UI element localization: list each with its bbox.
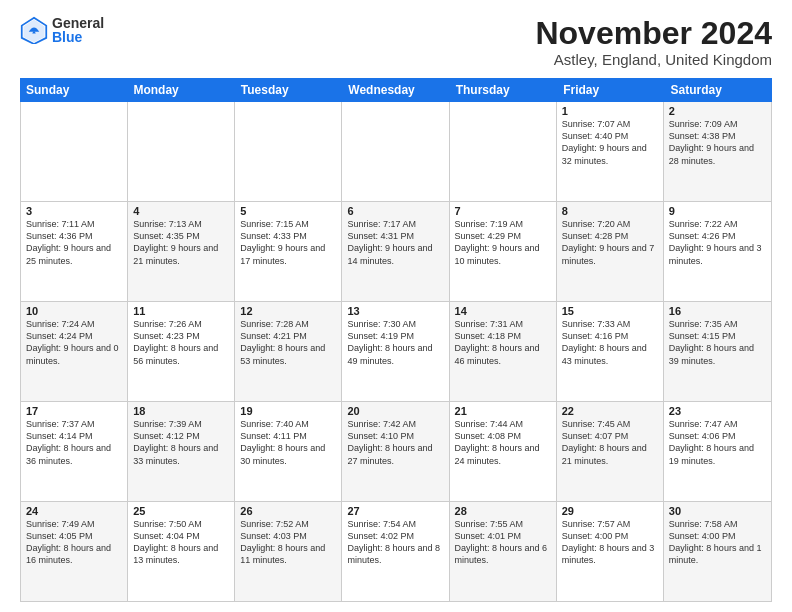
day-info: Sunrise: 7:19 AM Sunset: 4:29 PM Dayligh… xyxy=(455,218,551,267)
day-number: 23 xyxy=(669,405,766,417)
logo: General Blue xyxy=(20,16,104,44)
day-info: Sunrise: 7:45 AM Sunset: 4:07 PM Dayligh… xyxy=(562,418,658,467)
day-number: 17 xyxy=(26,405,122,417)
day-info: Sunrise: 7:37 AM Sunset: 4:14 PM Dayligh… xyxy=(26,418,122,467)
day-number: 10 xyxy=(26,305,122,317)
day-info: Sunrise: 7:52 AM Sunset: 4:03 PM Dayligh… xyxy=(240,518,336,567)
logo-general-text: General xyxy=(52,16,104,30)
calendar: Sunday Monday Tuesday Wednesday Thursday… xyxy=(20,78,772,602)
page: General Blue November 2024 Astley, Engla… xyxy=(0,0,792,612)
calendar-cell xyxy=(235,102,342,201)
day-number: 6 xyxy=(347,205,443,217)
calendar-body: 1Sunrise: 7:07 AM Sunset: 4:40 PM Daylig… xyxy=(20,102,772,602)
calendar-row-4: 24Sunrise: 7:49 AM Sunset: 4:05 PM Dayli… xyxy=(21,502,771,601)
calendar-cell: 29Sunrise: 7:57 AM Sunset: 4:00 PM Dayli… xyxy=(557,502,664,601)
day-number: 16 xyxy=(669,305,766,317)
day-number: 29 xyxy=(562,505,658,517)
logo-blue-text: Blue xyxy=(52,30,104,44)
calendar-cell: 2Sunrise: 7:09 AM Sunset: 4:38 PM Daylig… xyxy=(664,102,771,201)
calendar-row-2: 10Sunrise: 7:24 AM Sunset: 4:24 PM Dayli… xyxy=(21,302,771,402)
day-number: 28 xyxy=(455,505,551,517)
calendar-cell: 30Sunrise: 7:58 AM Sunset: 4:00 PM Dayli… xyxy=(664,502,771,601)
day-number: 2 xyxy=(669,105,766,117)
calendar-cell: 1Sunrise: 7:07 AM Sunset: 4:40 PM Daylig… xyxy=(557,102,664,201)
weekday-tuesday: Tuesday xyxy=(235,78,342,102)
day-number: 30 xyxy=(669,505,766,517)
day-info: Sunrise: 7:39 AM Sunset: 4:12 PM Dayligh… xyxy=(133,418,229,467)
day-number: 8 xyxy=(562,205,658,217)
day-number: 27 xyxy=(347,505,443,517)
calendar-cell: 28Sunrise: 7:55 AM Sunset: 4:01 PM Dayli… xyxy=(450,502,557,601)
day-info: Sunrise: 7:20 AM Sunset: 4:28 PM Dayligh… xyxy=(562,218,658,267)
logo-text: General Blue xyxy=(52,16,104,44)
day-info: Sunrise: 7:58 AM Sunset: 4:00 PM Dayligh… xyxy=(669,518,766,567)
day-number: 12 xyxy=(240,305,336,317)
calendar-cell: 14Sunrise: 7:31 AM Sunset: 4:18 PM Dayli… xyxy=(450,302,557,401)
calendar-cell: 17Sunrise: 7:37 AM Sunset: 4:14 PM Dayli… xyxy=(21,402,128,501)
calendar-cell: 26Sunrise: 7:52 AM Sunset: 4:03 PM Dayli… xyxy=(235,502,342,601)
weekday-wednesday: Wednesday xyxy=(342,78,449,102)
day-info: Sunrise: 7:55 AM Sunset: 4:01 PM Dayligh… xyxy=(455,518,551,567)
calendar-cell xyxy=(128,102,235,201)
day-info: Sunrise: 7:17 AM Sunset: 4:31 PM Dayligh… xyxy=(347,218,443,267)
day-info: Sunrise: 7:40 AM Sunset: 4:11 PM Dayligh… xyxy=(240,418,336,467)
calendar-cell: 6Sunrise: 7:17 AM Sunset: 4:31 PM Daylig… xyxy=(342,202,449,301)
day-info: Sunrise: 7:24 AM Sunset: 4:24 PM Dayligh… xyxy=(26,318,122,367)
calendar-row-0: 1Sunrise: 7:07 AM Sunset: 4:40 PM Daylig… xyxy=(21,102,771,202)
day-number: 25 xyxy=(133,505,229,517)
day-number: 20 xyxy=(347,405,443,417)
day-number: 15 xyxy=(562,305,658,317)
weekday-sunday: Sunday xyxy=(20,78,127,102)
day-number: 14 xyxy=(455,305,551,317)
month-title: November 2024 xyxy=(535,16,772,51)
day-number: 19 xyxy=(240,405,336,417)
day-info: Sunrise: 7:47 AM Sunset: 4:06 PM Dayligh… xyxy=(669,418,766,467)
day-info: Sunrise: 7:35 AM Sunset: 4:15 PM Dayligh… xyxy=(669,318,766,367)
calendar-cell: 24Sunrise: 7:49 AM Sunset: 4:05 PM Dayli… xyxy=(21,502,128,601)
day-info: Sunrise: 7:13 AM Sunset: 4:35 PM Dayligh… xyxy=(133,218,229,267)
day-info: Sunrise: 7:49 AM Sunset: 4:05 PM Dayligh… xyxy=(26,518,122,567)
day-info: Sunrise: 7:30 AM Sunset: 4:19 PM Dayligh… xyxy=(347,318,443,367)
calendar-header: Sunday Monday Tuesday Wednesday Thursday… xyxy=(20,78,772,102)
day-number: 11 xyxy=(133,305,229,317)
calendar-cell: 19Sunrise: 7:40 AM Sunset: 4:11 PM Dayli… xyxy=(235,402,342,501)
calendar-cell: 21Sunrise: 7:44 AM Sunset: 4:08 PM Dayli… xyxy=(450,402,557,501)
weekday-thursday: Thursday xyxy=(450,78,557,102)
calendar-cell: 23Sunrise: 7:47 AM Sunset: 4:06 PM Dayli… xyxy=(664,402,771,501)
day-info: Sunrise: 7:11 AM Sunset: 4:36 PM Dayligh… xyxy=(26,218,122,267)
calendar-cell: 18Sunrise: 7:39 AM Sunset: 4:12 PM Dayli… xyxy=(128,402,235,501)
header: General Blue November 2024 Astley, Engla… xyxy=(20,16,772,68)
day-number: 1 xyxy=(562,105,658,117)
day-info: Sunrise: 7:44 AM Sunset: 4:08 PM Dayligh… xyxy=(455,418,551,467)
day-info: Sunrise: 7:42 AM Sunset: 4:10 PM Dayligh… xyxy=(347,418,443,467)
calendar-cell: 8Sunrise: 7:20 AM Sunset: 4:28 PM Daylig… xyxy=(557,202,664,301)
calendar-cell xyxy=(450,102,557,201)
day-number: 18 xyxy=(133,405,229,417)
day-number: 4 xyxy=(133,205,229,217)
calendar-cell: 13Sunrise: 7:30 AM Sunset: 4:19 PM Dayli… xyxy=(342,302,449,401)
calendar-cell: 11Sunrise: 7:26 AM Sunset: 4:23 PM Dayli… xyxy=(128,302,235,401)
calendar-cell xyxy=(342,102,449,201)
calendar-cell: 25Sunrise: 7:50 AM Sunset: 4:04 PM Dayli… xyxy=(128,502,235,601)
weekday-saturday: Saturday xyxy=(665,78,772,102)
day-number: 24 xyxy=(26,505,122,517)
weekday-monday: Monday xyxy=(127,78,234,102)
day-info: Sunrise: 7:31 AM Sunset: 4:18 PM Dayligh… xyxy=(455,318,551,367)
day-info: Sunrise: 7:22 AM Sunset: 4:26 PM Dayligh… xyxy=(669,218,766,267)
day-number: 9 xyxy=(669,205,766,217)
calendar-cell: 16Sunrise: 7:35 AM Sunset: 4:15 PM Dayli… xyxy=(664,302,771,401)
calendar-cell: 10Sunrise: 7:24 AM Sunset: 4:24 PM Dayli… xyxy=(21,302,128,401)
day-number: 5 xyxy=(240,205,336,217)
logo-icon xyxy=(20,16,48,44)
calendar-row-3: 17Sunrise: 7:37 AM Sunset: 4:14 PM Dayli… xyxy=(21,402,771,502)
calendar-cell: 20Sunrise: 7:42 AM Sunset: 4:10 PM Dayli… xyxy=(342,402,449,501)
day-number: 22 xyxy=(562,405,658,417)
day-info: Sunrise: 7:09 AM Sunset: 4:38 PM Dayligh… xyxy=(669,118,766,167)
day-number: 3 xyxy=(26,205,122,217)
calendar-cell: 22Sunrise: 7:45 AM Sunset: 4:07 PM Dayli… xyxy=(557,402,664,501)
day-info: Sunrise: 7:33 AM Sunset: 4:16 PM Dayligh… xyxy=(562,318,658,367)
calendar-cell: 3Sunrise: 7:11 AM Sunset: 4:36 PM Daylig… xyxy=(21,202,128,301)
calendar-cell: 9Sunrise: 7:22 AM Sunset: 4:26 PM Daylig… xyxy=(664,202,771,301)
calendar-cell xyxy=(21,102,128,201)
day-info: Sunrise: 7:15 AM Sunset: 4:33 PM Dayligh… xyxy=(240,218,336,267)
